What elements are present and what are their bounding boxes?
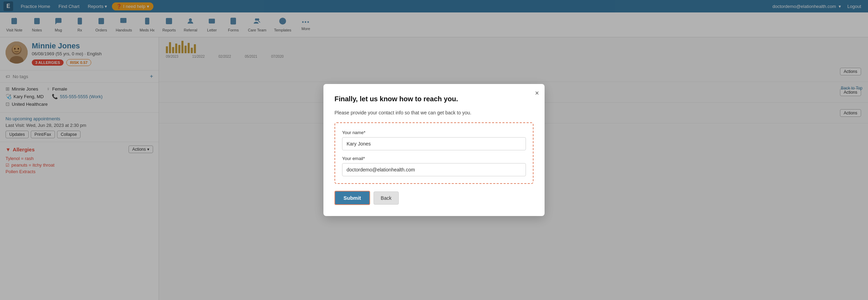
email-field: Your email*: [342, 156, 526, 176]
email-label: Your email*: [342, 156, 526, 161]
back-button[interactable]: Back: [374, 191, 399, 205]
modal-close-button[interactable]: ×: [535, 90, 539, 96]
name-field: Your name*: [342, 130, 526, 150]
name-input[interactable]: [342, 137, 526, 150]
form-container: Your name* Your email*: [334, 122, 534, 184]
name-label: Your name*: [342, 130, 526, 135]
email-input[interactable]: [342, 163, 526, 176]
submit-button[interactable]: Submit: [334, 191, 370, 205]
modal-overlay[interactable]: × Finally, let us know how to reach you.…: [0, 0, 868, 300]
modal-actions: Submit Back: [334, 191, 534, 205]
modal-title: Finally, let us know how to reach you.: [334, 95, 534, 103]
modal-dialog: × Finally, let us know how to reach you.…: [323, 84, 545, 216]
modal-subtitle: Please provide your contact info so that…: [334, 110, 534, 115]
